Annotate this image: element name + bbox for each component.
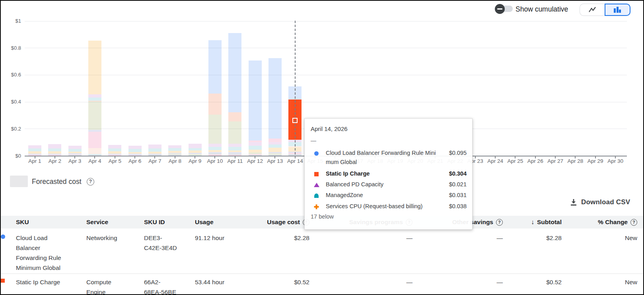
bar-segment[interactable] bbox=[268, 145, 282, 148]
bar-segment[interactable] bbox=[228, 33, 241, 112]
bar-chart-button[interactable] bbox=[605, 4, 631, 16]
bar-segment[interactable] bbox=[228, 152, 241, 154]
cell-sku-id: 66A2- 68EA-56BE bbox=[144, 277, 184, 295]
bar-segment[interactable] bbox=[68, 146, 82, 149]
bar-segment[interactable] bbox=[48, 151, 61, 154]
bar-segment[interactable] bbox=[228, 150, 241, 152]
bar-segment[interactable] bbox=[208, 153, 222, 154]
bar-segment[interactable] bbox=[168, 151, 181, 152]
bar-segment[interactable] bbox=[249, 150, 262, 152]
bar-segment[interactable] bbox=[108, 145, 121, 148]
line-chart-icon bbox=[588, 6, 597, 14]
bar-segment[interactable] bbox=[268, 58, 282, 139]
gridline bbox=[25, 75, 627, 75]
bar-segment[interactable] bbox=[228, 154, 241, 155]
bar-segment[interactable] bbox=[268, 148, 282, 152]
tooltip-sku-label: Static Ip Charge bbox=[326, 169, 438, 178]
bar-segment[interactable] bbox=[88, 154, 101, 155]
bar-segment[interactable] bbox=[88, 98, 101, 101]
table-row[interactable]: Static Ip Charge Compute Engine 66A2- 68… bbox=[1, 274, 643, 295]
bar-segment[interactable] bbox=[108, 151, 121, 154]
show-cumulative-toggle[interactable] bbox=[496, 6, 513, 12]
bar-segment[interactable] bbox=[168, 154, 181, 154]
bar-segment[interactable] bbox=[189, 150, 202, 152]
bar-segment[interactable] bbox=[48, 154, 61, 155]
bar-segment[interactable] bbox=[228, 121, 241, 144]
bar-segment[interactable] bbox=[208, 147, 222, 150]
bar-segment[interactable] bbox=[28, 148, 41, 151]
bar-segment[interactable] bbox=[88, 148, 101, 154]
bar-segment[interactable] bbox=[249, 141, 262, 142]
bar-segment[interactable] bbox=[208, 115, 222, 144]
bar-segment[interactable] bbox=[28, 145, 41, 148]
bar-segment[interactable] bbox=[228, 144, 241, 147]
bar-segment[interactable] bbox=[88, 94, 101, 98]
cell-other-savings: — bbox=[419, 277, 503, 287]
bar-segment[interactable] bbox=[88, 130, 101, 131]
bar-segment[interactable] bbox=[108, 148, 121, 151]
table-row[interactable]: Cloud Load Balancer Forwarding Rule Mini… bbox=[1, 229, 643, 274]
bar-segment[interactable] bbox=[268, 139, 282, 142]
forecasted-help-icon[interactable]: ? bbox=[87, 178, 94, 186]
bar-segment[interactable] bbox=[208, 94, 222, 115]
bar-segment[interactable] bbox=[268, 142, 282, 144]
bar-segment[interactable] bbox=[208, 40, 222, 94]
bar-segment[interactable] bbox=[268, 152, 282, 153]
bar-segment[interactable] bbox=[88, 101, 101, 102]
cell-savings: — bbox=[321, 233, 412, 243]
bar-segment[interactable] bbox=[168, 148, 181, 151]
bar-segment[interactable] bbox=[208, 144, 222, 147]
bar-segment[interactable] bbox=[148, 152, 161, 153]
bar-segment[interactable] bbox=[189, 144, 202, 148]
change-help-icon[interactable]: ? bbox=[630, 219, 637, 226]
bar-segment[interactable] bbox=[189, 153, 202, 154]
bar-segment[interactable] bbox=[88, 132, 101, 148]
bar-segment[interactable] bbox=[28, 151, 41, 154]
bar-segment[interactable] bbox=[68, 154, 82, 155]
cell-change: New bbox=[570, 277, 637, 287]
header-sku[interactable]: SKU bbox=[16, 216, 68, 229]
bar-segment[interactable] bbox=[128, 149, 142, 152]
bar-segment[interactable] bbox=[189, 154, 202, 155]
tooltip-row: Cloud Load Balancer Forwarding Rule Mini… bbox=[305, 148, 473, 167]
bar-segment[interactable] bbox=[68, 152, 82, 153]
line-chart-button[interactable] bbox=[580, 4, 605, 16]
bar-segment[interactable] bbox=[128, 146, 142, 149]
bar-segment[interactable] bbox=[88, 41, 101, 95]
bar-segment[interactable] bbox=[68, 153, 82, 154]
bar-segment[interactable] bbox=[249, 142, 262, 146]
bar-segment[interactable] bbox=[249, 152, 262, 154]
bar-segment[interactable] bbox=[108, 154, 121, 155]
bar-segment[interactable] bbox=[208, 150, 222, 152]
bar-segment[interactable] bbox=[168, 153, 181, 154]
bar-segment[interactable] bbox=[249, 61, 262, 141]
bar-segment[interactable] bbox=[68, 149, 82, 152]
x-axis-label: Apr 30 bbox=[603, 158, 627, 164]
header-usage-cost[interactable]: Usage cost ? bbox=[242, 216, 309, 229]
bar-segment[interactable] bbox=[268, 153, 282, 155]
hover-marker bbox=[292, 118, 298, 123]
download-csv-button[interactable]: Download CSV bbox=[570, 198, 630, 206]
bar-segment[interactable] bbox=[148, 154, 161, 154]
bar-segment[interactable] bbox=[148, 148, 161, 152]
bar-segment[interactable] bbox=[48, 144, 61, 148]
header-subtotal[interactable]: ↓ Subtotal bbox=[494, 216, 562, 229]
header-percent-change[interactable]: % Change ? bbox=[570, 216, 637, 229]
bar-segment[interactable] bbox=[88, 102, 101, 130]
bar-segment[interactable] bbox=[189, 148, 202, 150]
bar-segment[interactable] bbox=[228, 147, 241, 150]
bar-segment[interactable] bbox=[168, 145, 181, 148]
bar-segment[interactable] bbox=[28, 154, 41, 155]
bar-segment[interactable] bbox=[228, 112, 241, 121]
bar-segment[interactable] bbox=[128, 152, 142, 154]
header-sku-id[interactable]: SKU ID bbox=[144, 216, 184, 229]
cell-sku-id: DEE3- C42E-3E4D bbox=[144, 233, 184, 253]
bar-segment[interactable] bbox=[249, 146, 262, 150]
cell-subtotal: $2.28 bbox=[494, 233, 562, 243]
bar-segment[interactable] bbox=[48, 148, 61, 151]
bar-segment[interactable] bbox=[148, 145, 161, 148]
bar-segment[interactable] bbox=[249, 154, 262, 155]
header-service[interactable]: Service bbox=[86, 216, 126, 229]
bar-segment[interactable] bbox=[208, 152, 222, 153]
bar-segment[interactable] bbox=[128, 154, 142, 155]
